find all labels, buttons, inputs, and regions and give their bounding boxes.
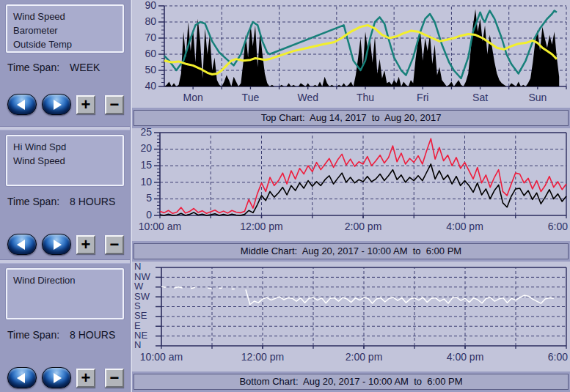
time-span-label: Time Span: <box>7 196 59 207</box>
middle-chart-controls: Hi Wind Spd Wind Speed Time Span: 8 HOUR… <box>0 130 130 259</box>
time-span-value: 8 HOURS <box>70 329 115 341</box>
svg-text:NW: NW <box>134 271 150 282</box>
bottom-chart-controls: Wind Direction Time Span: 8 HOURS + − <box>0 264 130 392</box>
plus-icon: + <box>81 237 91 252</box>
series-wind-direction <box>174 287 183 288</box>
series-wind-direction <box>191 287 195 288</box>
chart-column: 405060708090MonTueWedThuFriSatSun Top Ch… <box>131 0 570 392</box>
svg-text:Tue: Tue <box>242 92 260 103</box>
svg-text:4:00 pm: 4:00 pm <box>446 221 483 232</box>
zoom-in-button[interactable]: + <box>76 369 95 388</box>
sidebar: Wind Speed Barometer Outside Temp Time S… <box>0 0 131 392</box>
legend-item: Outside Temp <box>13 37 117 51</box>
series-wind-direction <box>208 288 212 289</box>
legend-item: Wind Speed <box>13 10 117 23</box>
middle-chart-buttons: + − <box>7 234 124 255</box>
svg-text:50: 50 <box>145 64 156 75</box>
zoom-in-button[interactable]: + <box>76 235 95 254</box>
svg-text:12:00 pm: 12:00 pm <box>240 221 282 232</box>
zoom-out-button[interactable]: − <box>105 95 124 114</box>
zoom-out-button[interactable]: − <box>105 235 124 254</box>
svg-text:Sun: Sun <box>528 92 547 103</box>
right-arrow-icon <box>54 100 62 110</box>
weather-graphs-window: Wind Speed Barometer Outside Temp Time S… <box>0 0 570 392</box>
svg-text:E: E <box>134 320 141 331</box>
next-button[interactable] <box>42 367 71 388</box>
middle-chart-caption: Middle Chart: Aug 20, 2017 - 10:00 AM to… <box>134 243 569 259</box>
svg-text:15: 15 <box>140 159 152 171</box>
svg-text:5: 5 <box>146 192 152 204</box>
time-span-label: Time Span: <box>7 62 59 73</box>
svg-text:4:00 pm: 4:00 pm <box>447 351 484 363</box>
svg-text:10:00 am: 10:00 am <box>140 351 183 363</box>
svg-text:SW: SW <box>134 291 150 302</box>
right-arrow-icon <box>54 240 62 250</box>
svg-text:10:00 am: 10:00 am <box>139 221 181 232</box>
svg-text:70: 70 <box>145 32 156 43</box>
svg-text:0: 0 <box>146 209 152 221</box>
svg-text:10: 10 <box>140 176 152 188</box>
svg-text:NE: NE <box>134 330 147 341</box>
next-button[interactable] <box>42 234 71 255</box>
bottom-chart-caption: Bottom Chart: Aug 20, 2017 - 10:00 AM to… <box>134 374 569 390</box>
svg-text:6:00 pm: 6:00 pm <box>548 221 570 232</box>
svg-text:2:00 pm: 2:00 pm <box>346 351 383 363</box>
legend-item: Barometer <box>13 23 117 37</box>
legend-item: Wind Direction <box>13 273 117 287</box>
prev-button[interactable] <box>7 94 37 115</box>
legend-item: Hi Wind Spd <box>13 140 117 154</box>
right-arrow-icon <box>54 373 62 383</box>
time-span-row: Time Span: 8 HOURS <box>7 329 124 341</box>
minus-icon: − <box>110 371 120 385</box>
series-hi-wind-spd <box>160 138 566 213</box>
top-chart-caption-text: Top Chart: Aug 14, 2017 to Aug 20, 2017 <box>261 112 442 123</box>
next-button[interactable] <box>42 94 71 115</box>
zoom-out-button[interactable]: − <box>105 369 124 388</box>
plus-icon: + <box>81 97 91 112</box>
svg-text:N: N <box>134 339 141 350</box>
prev-button[interactable] <box>7 367 37 388</box>
top-chart: 405060708090MonTueWedThuFriSatSun <box>132 0 570 108</box>
svg-text:2:00 pm: 2:00 pm <box>345 221 382 232</box>
bottom-chart-buttons: + − <box>7 367 124 388</box>
time-span-row: Time Span: WEEK <box>7 62 124 73</box>
svg-text:N: N <box>134 262 141 272</box>
time-span-value: 8 HOURS <box>70 196 115 207</box>
top-chart-controls: Wind Speed Barometer Outside Temp Time S… <box>0 0 130 126</box>
svg-text:Sat: Sat <box>472 92 488 103</box>
time-span-value: WEEK <box>70 62 100 73</box>
svg-text:S: S <box>134 300 141 311</box>
time-span-label: Time Span: <box>7 329 59 341</box>
left-arrow-icon <box>17 240 25 250</box>
legend-item: Wind Speed <box>13 154 117 168</box>
svg-text:W: W <box>134 281 144 292</box>
svg-text:Wed: Wed <box>297 92 318 103</box>
time-span-row: Time Span: 8 HOURS <box>7 196 124 207</box>
minus-icon: − <box>110 237 120 252</box>
svg-text:Thu: Thu <box>357 92 374 103</box>
svg-text:12:00 pm: 12:00 pm <box>241 351 284 363</box>
svg-text:40: 40 <box>145 80 156 92</box>
bottom-chart-legend-list[interactable]: Wind Direction <box>6 268 124 319</box>
top-chart-legend-list[interactable]: Wind Speed Barometer Outside Temp <box>6 4 124 53</box>
plus-icon: + <box>81 371 91 385</box>
zoom-in-button[interactable]: + <box>76 95 95 114</box>
middle-chart-legend-list[interactable]: Hi Wind Spd Wind Speed <box>6 135 124 186</box>
top-chart-caption: Top Chart: Aug 14, 2017 to Aug 20, 2017 <box>134 110 569 126</box>
minus-icon: − <box>110 97 120 112</box>
svg-text:Fri: Fri <box>417 92 428 103</box>
top-chart-buttons: + − <box>7 94 124 115</box>
svg-text:90: 90 <box>145 0 156 11</box>
left-arrow-icon <box>17 100 25 110</box>
middle-chart: 051015202510:00 am12:00 pm2:00 pm4:00 pm… <box>132 128 570 241</box>
svg-text:6:00 pm: 6:00 pm <box>548 351 570 363</box>
svg-text:60: 60 <box>145 48 156 59</box>
svg-text:SE: SE <box>134 310 147 321</box>
svg-text:80: 80 <box>145 15 156 27</box>
prev-button[interactable] <box>7 234 37 255</box>
svg-text:Mon: Mon <box>183 92 203 103</box>
svg-text:20: 20 <box>140 142 152 154</box>
bottom-chart: NNEESESSWWNWN10:00 am12:00 pm2:00 pm4:00… <box>132 262 570 371</box>
middle-chart-caption-text: Middle Chart: Aug 20, 2017 - 10:00 AM to… <box>241 245 461 256</box>
svg-text:25: 25 <box>140 128 152 138</box>
